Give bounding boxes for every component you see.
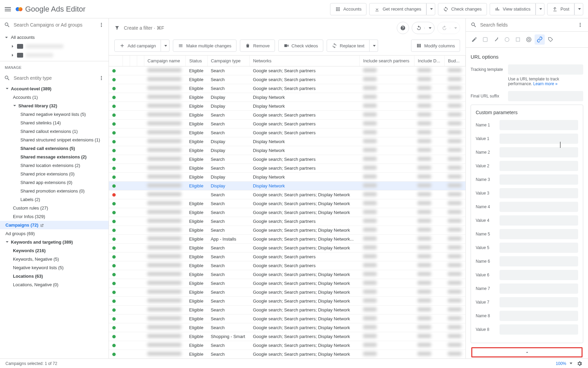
tag-tab[interactable]	[545, 34, 556, 45]
param-input[interactable]	[500, 188, 578, 198]
param-input[interactable]	[500, 134, 578, 144]
more-icon[interactable]	[577, 22, 583, 28]
url-tab[interactable]	[535, 34, 545, 45]
column-header[interactable]: Include D...	[414, 56, 444, 66]
add-campaign-button[interactable]: Add campaign	[114, 40, 161, 52]
table-row[interactable]: EligibleSearchGoogle search; Search part…	[109, 155, 466, 164]
zoom-dropdown[interactable]	[570, 363, 572, 364]
table-row[interactable]: EligibleDisplayDisplay Network	[109, 93, 466, 102]
entity-type-item[interactable]: Shared call extensions (5)	[0, 144, 109, 153]
column-header[interactable]: Campaign type	[207, 56, 249, 66]
search-campaigns-input[interactable]	[14, 22, 95, 28]
post-button[interactable]: Post	[547, 3, 574, 15]
param-input[interactable]	[500, 229, 578, 239]
table-row[interactable]: EligibleDisplayDisplay Network	[109, 137, 466, 146]
search-entity-input[interactable]	[14, 75, 95, 81]
entity-type-item[interactable]: Shared structured snippet extensions (1)	[0, 136, 109, 144]
table-row[interactable]: SearchGoogle search; Search partners; Di…	[109, 190, 466, 199]
entity-type-item[interactable]: Shared library (32)	[0, 102, 109, 110]
check-changes-button[interactable]: Check changes	[438, 3, 487, 15]
entity-type-item[interactable]: Keywords and targeting (389)	[0, 238, 109, 246]
get-recent-dropdown[interactable]	[426, 3, 435, 15]
table-row[interactable]: EligibleSearchGoogle search; Search part…	[109, 111, 466, 120]
account-item[interactable]	[0, 51, 109, 60]
wand-tab[interactable]	[491, 34, 501, 45]
table-row[interactable]: EligibleSearchGoogle search; Search part…	[109, 66, 466, 75]
table-row[interactable]: EligibleSearchGoogle search; Search part…	[109, 226, 466, 235]
param-input[interactable]	[500, 283, 578, 294]
entity-type-item[interactable]: Shared sitelinks (14)	[0, 119, 109, 127]
table-row[interactable]: EligibleSearchGoogle search; Search part…	[109, 279, 466, 288]
account-item[interactable]	[0, 42, 109, 51]
param-input[interactable]	[500, 297, 578, 307]
get-recent-changes-button[interactable]: Get recent changes	[369, 3, 426, 15]
param-input[interactable]	[500, 324, 578, 335]
table-row[interactable]: EligibleSearchGoogle search; Search part…	[109, 350, 466, 359]
tab-2[interactable]	[480, 34, 490, 45]
param-input[interactable]	[500, 215, 578, 226]
more-icon[interactable]	[98, 75, 104, 81]
replace-text-dropdown[interactable]	[370, 40, 378, 52]
table-row[interactable]: EligibleSearchGoogle search; Search part…	[109, 199, 466, 208]
zoom-level[interactable]: 100%	[556, 361, 566, 366]
modify-columns-button[interactable]: Modify columns	[411, 40, 460, 52]
entity-type-item[interactable]: Shared message extensions (2)	[0, 153, 109, 161]
more-icon[interactable]	[98, 22, 104, 28]
entity-type-item[interactable]: Locations, Negative (0)	[0, 280, 109, 289]
tracking-template-input[interactable]	[508, 64, 583, 75]
param-input[interactable]	[500, 243, 578, 253]
entity-type-item[interactable]: Negative keyword lists (5)	[0, 263, 109, 272]
entity-type-item[interactable]: Error Infos (329)	[0, 212, 109, 221]
table-row[interactable]: EligibleSearchGoogle search; Search part…	[109, 270, 466, 279]
param-input[interactable]	[500, 311, 578, 321]
table-row[interactable]: EligibleSearchGoogle search; Search part…	[109, 217, 466, 226]
tab-5[interactable]	[513, 34, 523, 45]
table-row[interactable]: EligibleApp - InstallsGoogle search; Sea…	[109, 235, 466, 244]
column-header[interactable]: Status	[186, 56, 207, 66]
multiple-changes-button[interactable]: Make multiple changes	[173, 40, 236, 52]
filter-input[interactable]	[124, 25, 393, 31]
param-input[interactable]	[500, 174, 578, 185]
table-row[interactable]: EligibleSearchGoogle search; Search part…	[109, 297, 466, 306]
undo-dropdown[interactable]	[424, 27, 434, 29]
table-row[interactable]: EligibleSearchGoogle search; Search part…	[109, 75, 466, 84]
column-header[interactable]: Include search partners	[360, 56, 414, 66]
table-row[interactable]: EligibleSearchGoogle search; Search part…	[109, 261, 466, 270]
remove-button[interactable]: Remove	[240, 40, 275, 52]
entity-type-item[interactable]: Accounts (1)	[0, 93, 109, 102]
table-row[interactable]: EligibleDisplayDisplay Network	[109, 182, 466, 190]
param-input[interactable]	[500, 147, 578, 157]
column-header[interactable]: Bud...	[444, 56, 465, 66]
table-row[interactable]: EligibleShopping - SmartGoogle search; S…	[109, 332, 466, 341]
entity-type-item[interactable]: Locations (63)	[0, 272, 109, 280]
table-row[interactable]: EligibleSearchGoogle search; Search part…	[109, 128, 466, 137]
table-row[interactable]: EligibleDisplayDisplay Network	[109, 146, 466, 155]
entity-type-item[interactable]: Labels (2)	[0, 195, 109, 204]
accounts-button[interactable]: Accounts	[330, 3, 366, 15]
entity-type-item[interactable]: Account-level (389)	[0, 85, 109, 93]
entity-type-item[interactable]: Custom rules (27)	[0, 204, 109, 212]
menu-icon[interactable]	[5, 7, 11, 11]
all-accounts-item[interactable]: All accounts	[0, 33, 109, 42]
entity-type-item[interactable]: Shared price extensions (0)	[0, 170, 109, 178]
column-header[interactable]: Networks	[249, 56, 360, 66]
entity-type-item[interactable]: Campaigns (72)	[0, 221, 109, 229]
column-header[interactable]: Campaign name	[144, 56, 186, 66]
help-button[interactable]	[397, 22, 409, 34]
entity-type-item[interactable]: Shared promotion extensions (0)	[0, 187, 109, 195]
post-dropdown[interactable]	[574, 3, 583, 15]
target-tab[interactable]	[524, 34, 534, 45]
param-input[interactable]	[500, 120, 578, 130]
table-row[interactable]: EligibleSearchGoogle search; Search part…	[109, 315, 466, 323]
undo-button[interactable]	[412, 25, 424, 31]
table-row[interactable]: EligibleSearchGoogle search; Search part…	[109, 341, 466, 350]
table-row[interactable]: EligibleDisplayDisplay Network	[109, 173, 466, 182]
param-input[interactable]	[500, 202, 578, 212]
table-row[interactable]: EligibleSearchGoogle search; Search part…	[109, 208, 466, 217]
table-row[interactable]: EligibleSearchGoogle search; Search part…	[109, 306, 466, 315]
search-fields-input[interactable]	[480, 22, 574, 28]
table-row[interactable]: EligibleSearchGoogle search; Search part…	[109, 164, 466, 173]
replace-text-button[interactable]: Replace text	[327, 40, 370, 52]
learn-more-link[interactable]: Learn more »	[533, 81, 557, 86]
entity-type-item[interactable]: Ad groups (69)	[0, 229, 109, 238]
